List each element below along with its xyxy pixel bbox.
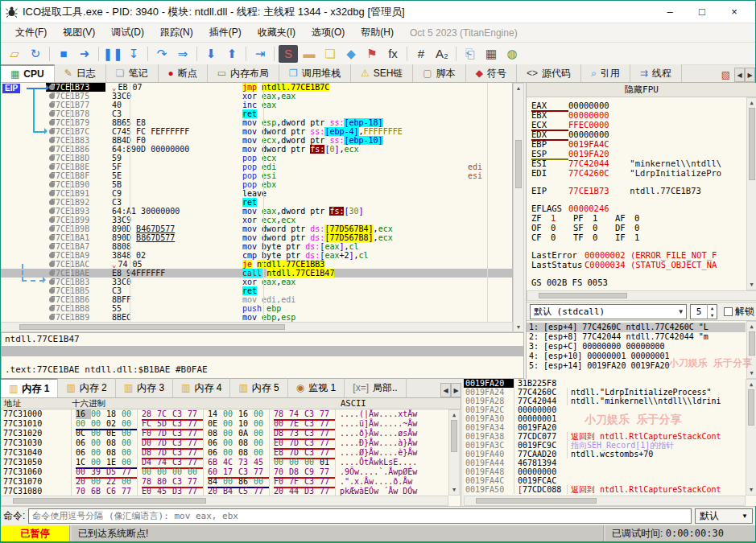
argument-row[interactable]: 1: [esp+4] 77C4260C ntdll.77C4260C "L	[527, 323, 746, 332]
disasm-row[interactable]: 77CE1B8E5Fpop ediedi	[1, 162, 512, 171]
disasm-row[interactable]: 77CE1B92C3ret	[1, 198, 512, 207]
breakpoint-dot-icon[interactable]	[49, 235, 55, 241]
tab-内存 1[interactable]: ▥内存 1	[1, 378, 58, 397]
tab-笔记[interactable]: ❏笔记	[106, 64, 159, 82]
stack-row[interactable]: 0019FA3C0019FC9C指向SEH_Record[1]的指针	[464, 441, 746, 450]
stack-value[interactable]: 0019FC9C	[514, 441, 567, 450]
breakpoint-dot-icon[interactable]	[49, 191, 55, 196]
breakpoint-gutter[interactable]	[1, 180, 46, 189]
menu-item[interactable]: 调试(D)	[103, 23, 152, 42]
tab-内存 3[interactable]: ▥内存 3	[116, 378, 173, 397]
dump-byte-group[interactable]: E87DC377	[270, 448, 336, 458]
command-default-dropdown[interactable]: 默认 ▼	[695, 508, 753, 524]
dump-byte-group[interactable]: 7880C377	[138, 477, 204, 487]
eflags-row[interactable]: EFLAGS00000246	[531, 204, 746, 213]
dump-rows[interactable]: 77C3100016001800287CC377140016007874C377…	[1, 409, 448, 496]
tab-内存 2[interactable]: ▥内存 2	[58, 378, 115, 397]
dump-tab-scroll-left-icon[interactable]: ◀	[440, 383, 451, 397]
dump-row[interactable]: 77C31070200022007880C37784008600F07FC377…	[1, 477, 448, 487]
pause-icon[interactable]: ❚❚	[103, 45, 122, 63]
flags-row[interactable]: CF0TF0IF1	[531, 232, 746, 242]
breakpoint-dot-icon[interactable]	[49, 253, 55, 258]
arguments-list[interactable]: 1: [esp+4] 77C4260C ntdll.77C4260C "L2: …	[527, 321, 746, 379]
register-row[interactable]: EAX00000000	[531, 101, 746, 110]
trace-over-icon[interactable]: ⬇	[201, 45, 221, 63]
dump-byte-group[interactable]: 20B4C577	[204, 487, 270, 496]
dump-byte-group[interactable]: 70D8C977	[270, 467, 336, 477]
stack-value[interactable]: 31B225F8	[514, 379, 567, 388]
tab-线程[interactable]: ⇉线程	[630, 64, 682, 82]
disasm-row[interactable]: 77CE1B8D59pop ecx	[1, 154, 512, 162]
flag-value[interactable]: 0	[551, 223, 573, 232]
flag-value[interactable]: 1	[551, 213, 573, 223]
trace-into-icon[interactable]: ⇒	[173, 45, 192, 63]
breakpoint-gutter[interactable]	[1, 162, 46, 171]
stack-value[interactable]: 77C42044	[514, 397, 567, 405]
breakpoint-gutter[interactable]	[1, 216, 46, 224]
disassembly-hscrollbar[interactable]	[1, 322, 513, 332]
disasm-row[interactable]: 77CE1B91C9leave	[1, 189, 512, 198]
stack-row[interactable]: 0019FA3877CDC077返回到 ntdll.RtlCaptureStac…	[464, 432, 746, 441]
registers-list[interactable]: EAX00000000EBX00000000ECXFFEC0000EDX0000…	[527, 97, 746, 290]
breakpoint-gutter[interactable]	[1, 269, 46, 278]
tab-日志[interactable]: ✎日志	[55, 64, 106, 82]
tab-内存 5[interactable]: ▥内存 5	[230, 378, 287, 397]
disasm-row[interactable]: 77CE1B838B4D F0mov ecx,dword ptr ss:[ebp…	[1, 136, 512, 145]
attach-icon[interactable]: ⎗	[461, 45, 480, 63]
dump-tab-scroll-right-icon[interactable]: ▶	[451, 383, 461, 397]
dump-byte-group[interactable]: 0E001000	[204, 419, 270, 429]
dump-byte-group[interactable]: 1C001E00	[72, 458, 138, 467]
stack-value[interactable]: 00000001	[514, 414, 567, 423]
run-icon[interactable]: ➜	[75, 45, 94, 63]
dump-byte-group[interactable]: 06000800	[72, 438, 138, 448]
disasm-row[interactable]: 77CE1B7533C0xor eax,eax	[1, 92, 512, 101]
breakpoint-dot-icon[interactable]	[49, 261, 55, 267]
stack-row[interactable]: 0019FA2877C42044ntdll."minkernel\\ntdll\…	[464, 397, 746, 405]
comments-icon[interactable]: ❏	[320, 45, 340, 63]
flag-value[interactable]: 0	[593, 232, 615, 242]
stack-row[interactable]: 0019FA3000000001	[464, 414, 746, 423]
breakpoint-gutter[interactable]	[1, 101, 46, 109]
breakpoint-dot-icon[interactable]	[49, 182, 55, 187]
breakpoint-dot-icon[interactable]	[49, 102, 55, 108]
register-row[interactable]: ECXFFEC0000	[531, 120, 746, 130]
strings-icon[interactable]: A₂	[432, 45, 452, 63]
stack-value[interactable]: 0019FA20	[514, 423, 567, 432]
stop-icon[interactable]: ■	[54, 45, 73, 63]
tab-内存 4[interactable]: ▥内存 4	[173, 378, 230, 397]
dump-byte-group[interactable]: 6B4C7345	[204, 458, 270, 467]
stack-hscrollbar[interactable]	[464, 496, 746, 506]
breakpoint-dot-icon[interactable]	[49, 226, 55, 232]
tab-脚本[interactable]: ▢脚本	[413, 64, 465, 82]
breakpoint-dot-icon[interactable]	[49, 155, 55, 161]
register-value[interactable]: FFEC0000	[568, 120, 625, 130]
dump-row[interactable]: 77C31080706BC677E045D37720B4C5772044D377…	[1, 487, 448, 496]
breakpoint-gutter[interactable]	[1, 242, 46, 251]
breakpoint-dot-icon[interactable]	[49, 164, 55, 170]
eflags-value[interactable]: 00000246	[568, 204, 625, 213]
dump-byte-group[interactable]: D873C377	[270, 429, 336, 438]
disasm-row[interactable]: 77CE1B8664:890D 00000000mov dword ptr fs…	[1, 145, 512, 154]
disasm-row[interactable]: 77CE1BA1890D B867D577mov dword ptr ds:[7…	[1, 233, 512, 242]
breakpoint-dot-icon[interactable]	[49, 279, 55, 285]
breakpoint-dot-icon[interactable]	[49, 315, 55, 320]
registers-hscrollbar[interactable]	[527, 290, 756, 301]
dump-row[interactable]: 77C310200C000E00F07DC37708000A00D873C377…	[1, 429, 448, 438]
dump-byte-group[interactable]: 06000800	[204, 438, 270, 448]
disasm-row[interactable]: 77CE1B9364:A1 30000000mov eax,dword ptr …	[1, 207, 512, 216]
register-row[interactable]: EDI77C4260C "LdrpInitializePro	[531, 168, 746, 178]
stack-rows[interactable]: 0019FA2031B225F80019FA2477C4260Cntdll."L…	[464, 379, 746, 496]
dump-byte-group[interactable]: E045D377	[138, 487, 204, 496]
stack-row[interactable]: 0019FA4446781394	[464, 459, 746, 467]
dump-byte-group[interactable]: 287CC377	[138, 409, 204, 419]
breakpoint-dot-icon[interactable]	[49, 173, 55, 179]
breakpoint-gutter[interactable]	[1, 295, 46, 304]
stack-value[interactable]: 77CDC077	[514, 432, 567, 441]
breakpoint-gutter[interactable]	[1, 171, 46, 180]
dump-byte-group[interactable]: 06000800	[204, 448, 270, 458]
stack-value[interactable]: [77CDC088	[514, 485, 567, 494]
dump-byte-group[interactable]: 2044D377	[270, 487, 336, 496]
disasm-row[interactable]: 77CE1BB333C0xor eax,eax	[1, 278, 512, 286]
breakpoint-dot-icon[interactable]	[49, 111, 55, 117]
stack-row[interactable]: 0019FA2031B225F8	[464, 379, 746, 388]
